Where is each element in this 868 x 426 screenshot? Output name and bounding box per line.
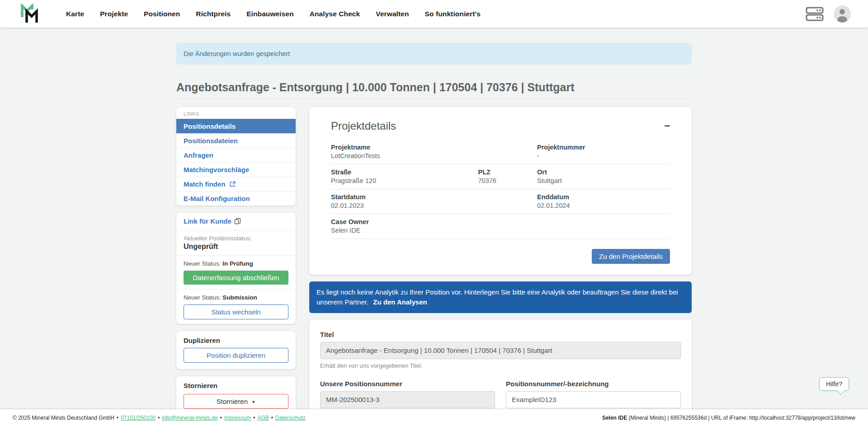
current-status-value: Ungeprüft (184, 243, 288, 251)
sidebar-item-matchingvorschlaege[interactable]: Matchingvorschläge (176, 162, 296, 177)
new-status-section-2: Neuer Status: Submission Status wechseln (176, 289, 296, 324)
our-position-number-label: Unsere Positionsnummer (320, 380, 402, 388)
cancel-title: Stornieren (184, 382, 288, 389)
custom-position-number-label: Positionsnummer/-bezeichnung (506, 380, 609, 388)
custom-position-number-input[interactable] (506, 391, 681, 408)
person-icon (834, 5, 851, 23)
customer-link[interactable]: Link für Kunde (184, 217, 241, 225)
nav-item-verwalten[interactable]: Verwalten (376, 10, 409, 18)
new-status-value: In Prüfung (222, 260, 253, 267)
field-value: LotCreationTests (331, 152, 537, 159)
cancel-button-label: Stornieren (217, 398, 248, 405)
page-container: Die Änderungen wurden gespeichert Angebo… (176, 43, 692, 426)
user-avatar[interactable] (834, 5, 851, 23)
field-plz: PLZ 70376 (478, 169, 538, 184)
page-title: Angebotsanfrage - Entsorgung | 10.000 To… (176, 81, 692, 99)
content-row: LINKS Positionsdetails Positionsdateien … (176, 107, 692, 426)
footer-datenschutz-link[interactable]: Datenschutz (275, 415, 306, 421)
sidebar-item-label: Anfragen (184, 151, 213, 159)
nav-item-richtpreis[interactable]: Richtpreis (196, 10, 231, 18)
status-card: Link für Kunde Aktueller Positionsstatus… (176, 213, 296, 324)
field-value: Stuttgart (537, 177, 670, 184)
footer-agb-link[interactable]: AGB (257, 415, 269, 421)
field-projektnummer: Projektnummer - (537, 144, 670, 159)
project-details-card: Projektdetails − Projektname LotCreation… (309, 107, 692, 275)
footer-phone-link[interactable]: 07151/250100 (121, 415, 156, 421)
sidebar-item-email-konfiguration[interactable]: E-Mail Konfiguration (176, 191, 296, 206)
field-label: Enddatum (537, 193, 670, 201)
project-details-footer: Zu den Projektdetails (331, 249, 670, 264)
sidebar-item-label: Positionsdateien (184, 137, 238, 145)
field-value: Pragstraße 120 (331, 177, 478, 184)
sidebar-item-label: E-Mail Konfiguration (184, 195, 250, 202)
field-label: Startdatum (331, 193, 537, 201)
field-projektname: Projektname LotCreationTests (331, 144, 537, 159)
cancel-dropdown-button[interactable]: Stornieren ▼ (184, 394, 288, 409)
sidebar-item-anfragen[interactable]: Anfragen (176, 148, 296, 162)
analytics-banner: Es liegt noch keine Analytik zu Ihrer Po… (309, 281, 692, 313)
new-status-label: Neuer Status: (184, 294, 221, 301)
field-case-owner: Case Owner Selen IDE (331, 218, 670, 234)
footer-email-link[interactable]: info@mineral-minds.de (162, 415, 218, 421)
server-stack-icon[interactable] (806, 7, 824, 21)
duplicate-position-button[interactable]: Position duplizieren (184, 348, 288, 363)
field-startdatum: Startdatum 02.01.2023 (331, 193, 537, 209)
field-label: Projektnummer (537, 144, 670, 151)
help-button[interactable]: Hilfe? (819, 377, 849, 391)
field-value: 70376 (478, 177, 538, 184)
links-header: LINKS (176, 107, 296, 119)
footer-session-details: (Mineral Minds) | 69576255536d | URL of … (627, 415, 855, 421)
mineral-minds-logo[interactable] (20, 4, 41, 24)
sidebar-item-positionsdetails[interactable]: Positionsdetails (176, 119, 296, 133)
project-row-4: Case Owner Selen IDE (331, 214, 670, 239)
footer-session-info: Selen IDE (Mineral Minds) | 69576255536d… (602, 415, 855, 421)
project-row-1: Projektname LotCreationTests Projektnumm… (331, 140, 670, 164)
complete-data-entry-button[interactable]: Datenerfassung abschließen (184, 271, 288, 285)
sidebar-item-match-finden[interactable]: Match finden (176, 177, 296, 191)
titel-label: Titel (320, 331, 334, 338)
project-row-3: Startdatum 02.01.2023 Enddatum 02.01.202… (331, 189, 670, 214)
top-navbar: Karte Projekte Positionen Richtpreis Ein… (0, 0, 868, 28)
sidebar-item-label: Match finden (184, 180, 226, 188)
caret-down-icon: ▼ (251, 400, 255, 404)
field-value: 02.01.2024 (537, 202, 670, 209)
nav-item-so-funktionierts[interactable]: So funktioniert's (425, 10, 481, 18)
field-value: Selen IDE (331, 227, 670, 234)
project-fields: Projektname LotCreationTests Projektnumm… (331, 140, 670, 239)
footer-separator: • (271, 415, 273, 421)
duplicate-title: Duplizieren (184, 337, 288, 344)
customer-link-section: Link für Kunde (176, 213, 296, 230)
field-value: - (537, 152, 670, 159)
nav-item-positionen[interactable]: Positionen (144, 10, 180, 18)
copy-icon (234, 218, 241, 225)
logo-icon (20, 4, 41, 24)
external-link-icon (230, 181, 236, 187)
new-status-value: Submission (222, 294, 257, 301)
nav-item-analyse-check[interactable]: Analyse Check (310, 10, 360, 18)
sidebar-item-positionsdateien[interactable]: Positionsdateien (176, 133, 296, 148)
current-status-label: Aktueller Positionsstatus: (184, 235, 288, 242)
our-position-number-input (320, 391, 495, 408)
footer-separator: • (220, 415, 222, 421)
sidebar-item-label: Matchingvorschläge (184, 166, 249, 173)
new-status-section-1: Neuer Status: In Prüfung Datenerfassung … (176, 255, 296, 289)
footer-left: © 2025 Mineral Minds Deutschland GmbH • … (13, 415, 306, 421)
nav-item-karte[interactable]: Karte (66, 10, 84, 18)
collapse-icon[interactable]: − (664, 121, 670, 131)
footer-separator: • (253, 415, 255, 421)
go-to-analyses-link[interactable]: Zu den Analysen (373, 298, 427, 306)
customer-link-label: Link für Kunde (184, 217, 231, 225)
footer-impressum-link[interactable]: Impressum (224, 415, 251, 421)
footer-separator: • (117, 415, 118, 421)
switch-status-button[interactable]: Status wechseln (184, 304, 288, 319)
field-label: Projektname (331, 144, 537, 151)
field-ort: Ort Stuttgart (537, 169, 670, 184)
nav-item-projekte[interactable]: Projekte (100, 10, 128, 18)
go-to-project-details-button[interactable]: Zu den Projektdetails (592, 249, 670, 264)
new-status-line: Neuer Status: Submission (184, 294, 288, 301)
project-details-header: Projektdetails − (331, 120, 670, 132)
nav-item-einbauweisen[interactable]: Einbauweisen (246, 10, 294, 18)
footer-copyright: © 2025 Mineral Minds Deutschland GmbH (13, 415, 114, 421)
field-label: Straße (331, 169, 478, 176)
field-value: 02.01.2023 (331, 202, 537, 209)
